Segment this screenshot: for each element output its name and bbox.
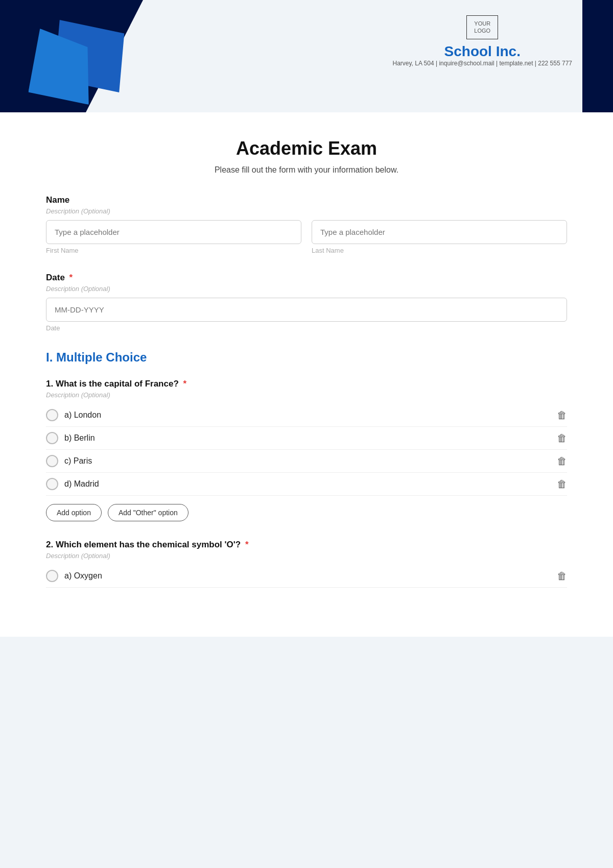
main-content: Academic Exam Please fill out the form w… — [0, 112, 613, 637]
question-1: 1. What is the capital of France? * Desc… — [46, 379, 567, 521]
q1-text: What is the capital of France? — [56, 379, 179, 389]
q1-add-other-button[interactable]: Add "Other" option — [108, 504, 188, 521]
section-multiple-choice: I. Multiple Choice 1. What is the capita… — [46, 350, 567, 588]
q1-description: Description (Optional) — [46, 391, 567, 399]
logo-line2: LOGO — [474, 28, 490, 34]
last-name-sublabel: Last Name — [312, 247, 567, 254]
form-subtitle: Please fill out the form with your infor… — [46, 165, 567, 175]
field-name: Name Description (Optional) First Name L… — [46, 195, 567, 254]
field-name-label: Name — [46, 195, 567, 205]
date-input[interactable] — [46, 298, 567, 322]
question-2-title: 2. Which element has the chemical symbol… — [46, 540, 567, 550]
q1-radio-0[interactable] — [46, 409, 58, 421]
q1-add-option-button[interactable]: Add option — [46, 504, 102, 521]
q2-delete-0[interactable]: 🗑 — [557, 570, 567, 582]
first-name-sublabel: First Name — [46, 247, 301, 254]
q1-option-label-1: b) Berlin — [64, 433, 95, 443]
school-contact: Harvey, LA 504 | inquire@school.mail | t… — [392, 60, 572, 67]
q1-option-label-3: d) Madrid — [64, 479, 99, 489]
field-date-label: Date * — [46, 273, 567, 283]
last-name-input[interactable] — [312, 220, 567, 244]
q1-delete-2[interactable]: 🗑 — [557, 455, 567, 467]
q1-radio-1[interactable] — [46, 432, 58, 444]
q1-delete-3[interactable]: 🗑 — [557, 478, 567, 490]
q1-action-buttons: Add option Add "Other" option — [46, 504, 567, 521]
q1-delete-1[interactable]: 🗑 — [557, 432, 567, 444]
q1-delete-0[interactable]: 🗑 — [557, 409, 567, 421]
q2-option-0: a) Oxygen 🗑 — [46, 565, 567, 588]
q1-option-label-0: a) London — [64, 411, 101, 420]
q2-required-star: * — [245, 540, 249, 549]
q1-option-1: b) Berlin 🗑 — [46, 427, 567, 450]
school-name: School Inc. — [392, 43, 572, 60]
date-sublabel: Date — [46, 324, 567, 332]
field-date: Date * Description (Optional) Date — [46, 273, 567, 332]
q1-option-2: c) Paris 🗑 — [46, 450, 567, 473]
q1-number: 1. — [46, 379, 56, 389]
logo-box: YOUR LOGO — [466, 15, 498, 39]
first-name-wrapper: First Name — [46, 220, 301, 254]
page-header: YOUR LOGO School Inc. Harvey, LA 504 | i… — [0, 0, 613, 112]
q2-option-label-0: a) Oxygen — [64, 571, 102, 581]
date-input-row: Date — [46, 298, 567, 332]
header-logo-area: YOUR LOGO School Inc. Harvey, LA 504 | i… — [392, 15, 572, 67]
form-title: Academic Exam — [46, 138, 567, 159]
first-name-input[interactable] — [46, 220, 301, 244]
q1-required-star: * — [183, 379, 187, 389]
logo-line1: YOUR — [474, 20, 490, 27]
date-required-star: * — [69, 273, 73, 282]
date-wrapper: Date — [46, 298, 567, 332]
q2-text: Which element has the chemical symbol 'O… — [56, 540, 241, 549]
q1-option-0: a) London 🗑 — [46, 404, 567, 427]
question-2: 2. Which element has the chemical symbol… — [46, 540, 567, 588]
q2-radio-0[interactable] — [46, 570, 58, 582]
section-heading-mc: I. Multiple Choice — [46, 350, 567, 365]
question-1-title: 1. What is the capital of France? * — [46, 379, 567, 389]
q2-description: Description (Optional) — [46, 552, 567, 560]
q2-number: 2. — [46, 540, 56, 549]
header-shapes — [0, 0, 163, 112]
q1-option-3: d) Madrid 🗑 — [46, 473, 567, 496]
last-name-wrapper: Last Name — [312, 220, 567, 254]
q1-radio-3[interactable] — [46, 478, 58, 490]
q1-option-label-2: c) Paris — [64, 456, 92, 466]
name-input-row: First Name Last Name — [46, 220, 567, 254]
q1-radio-2[interactable] — [46, 455, 58, 467]
field-name-description: Description (Optional) — [46, 207, 567, 215]
field-date-description: Description (Optional) — [46, 285, 567, 293]
dark-right-shape — [582, 0, 613, 112]
